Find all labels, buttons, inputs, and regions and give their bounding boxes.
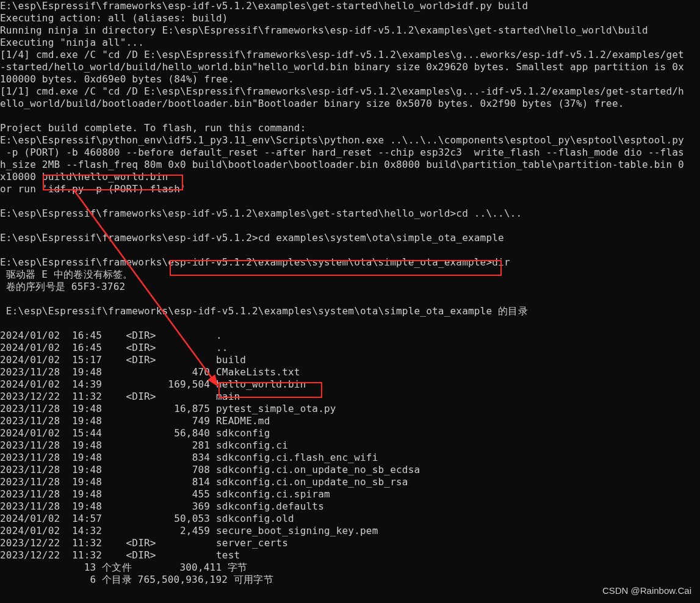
terminal-line: 2023/11/28 19:48 369 sdkconfig.defaults bbox=[0, 500, 324, 512]
terminal-output: E:\esp\Espressif\frameworks\esp-idf-v5.1… bbox=[0, 0, 700, 586]
terminal-line: 6 个目录 765,500,936,192 可用字节 bbox=[0, 574, 273, 585]
terminal-line: 2023/11/28 19:48 708 sdkconfig.ci.on_upd… bbox=[0, 464, 420, 475]
terminal-line: -p (PORT) -b 460800 --before default_res… bbox=[0, 146, 684, 158]
terminal-line: ello_world/build/bootloader/bootloader.b… bbox=[0, 98, 624, 109]
terminal-line: [1/4] cmd.exe /C "cd /D E:\esp\Espressif… bbox=[0, 49, 684, 60]
watermark: CSDN @Rainbow.Cai bbox=[602, 585, 691, 597]
terminal-line: Running ninja in directory E:\esp\Espres… bbox=[0, 24, 648, 36]
terminal-line: Executing "ninja all"... bbox=[0, 37, 144, 48]
terminal-line: 13 个文件 300,411 字节 bbox=[0, 561, 247, 573]
terminal-line: 2024/01/02 16:45 <DIR> .. bbox=[0, 342, 228, 353]
terminal-line: Executing action: all (aliases: build) bbox=[0, 12, 228, 24]
terminal-line: E:\esp\Espressif\frameworks\esp-idf-v5.1… bbox=[0, 0, 528, 12]
terminal-line: 卷的序列号是 65F3-3762 bbox=[0, 281, 125, 292]
terminal-line: 驱动器 E 中的卷没有标签。 bbox=[0, 269, 133, 280]
terminal-line: E:\esp\Espressif\frameworks\esp-idf-v5.1… bbox=[0, 208, 522, 219]
terminal-line: 2024/01/02 14:57 50,053 sdkconfig.old bbox=[0, 513, 294, 524]
terminal-line: 2023/11/28 19:48 470 CMakeLists.txt bbox=[0, 366, 300, 378]
terminal-line: 2023/11/28 19:48 281 sdkconfig.ci bbox=[0, 439, 288, 451]
terminal-line: 100000 bytes. 0xd69e0 bytes (84%) free. bbox=[0, 73, 234, 85]
terminal-line: 2024/01/02 15:17 <DIR> build bbox=[0, 354, 246, 366]
terminal-line: 2023/11/28 19:48 814 sdkconfig.ci.on_upd… bbox=[0, 476, 408, 488]
terminal-line: 2024/01/02 14:32 2,459 secure_boot_signi… bbox=[0, 525, 378, 536]
terminal-line: x10000 build\hello_world.bin bbox=[0, 171, 168, 182]
terminal-line: h_size 2MB --flash_freq 80m 0x0 build\bo… bbox=[0, 159, 684, 170]
terminal-line: 2023/11/28 19:48 455 sdkconfig.ci.spiram bbox=[0, 488, 330, 500]
terminal-line: E:\esp\Espressif\frameworks\esp-idf-v5.1… bbox=[0, 256, 510, 268]
terminal-line: 2023/12/22 11:32 <DIR> server_certs bbox=[0, 537, 288, 549]
terminal-line: 2024/01/02 16:45 <DIR> . bbox=[0, 330, 222, 341]
terminal-line: E:\esp\Espressif\frameworks\esp-idf-v5.1… bbox=[0, 305, 528, 317]
terminal-line: 2024/01/02 15:44 56,840 sdkconfig bbox=[0, 427, 270, 439]
terminal-line: 2023/11/28 19:48 834 sdkconfig.ci.flash_… bbox=[0, 452, 378, 463]
terminal-line: E:\esp\Espressif\frameworks\esp-idf-v5.1… bbox=[0, 232, 504, 244]
terminal-line: 2023/12/22 11:32 <DIR> main bbox=[0, 391, 240, 402]
terminal-line: -started/hello_world/build/hello_world.b… bbox=[0, 61, 684, 73]
terminal-line: [1/1] cmd.exe /C "cd /D E:\esp\Espressif… bbox=[0, 85, 684, 97]
terminal-line: 2023/11/28 19:48 16,875 pytest_simple_ot… bbox=[0, 403, 336, 414]
terminal-line: Project build complete. To flash, run th… bbox=[0, 122, 306, 134]
terminal-line: 2023/11/28 19:48 749 README.md bbox=[0, 415, 270, 427]
terminal-line: 2024/01/02 14:39 169,504 hello_world.bin bbox=[0, 378, 306, 390]
terminal-line: or run 'idf.py -p (PORT) flash' bbox=[0, 183, 186, 195]
terminal-line: E:\esp\Espressif\python_env\idf5.1_py3.1… bbox=[0, 134, 684, 146]
terminal-line: 2023/12/22 11:32 <DIR> test bbox=[0, 549, 240, 561]
